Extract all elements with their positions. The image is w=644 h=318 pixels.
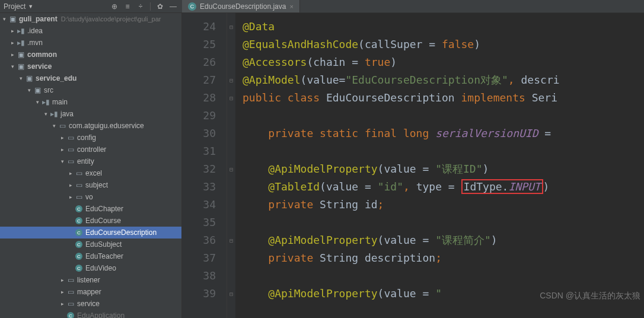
tree-item[interactable]: CEduChapter — [0, 203, 181, 215]
locate-icon[interactable]: ⊕ — [109, 1, 120, 12]
tree-item[interactable]: CEduCourseDescription — [0, 227, 181, 238]
watermark: CSDN @认真生活的灰太狼 — [540, 291, 640, 301]
code-line[interactable]: private String description; — [243, 249, 644, 267]
tree-item[interactable]: ▸▭controller — [0, 144, 181, 155]
tree-item[interactable]: CEduSubject — [0, 238, 181, 250]
chevron-right-icon[interactable]: ▸ — [68, 194, 74, 200]
gear-icon[interactable]: ✿ — [155, 1, 165, 12]
java-class-icon: C — [75, 217, 83, 225]
chevron-down-icon[interactable]: ▾ — [43, 111, 49, 117]
fold-marker[interactable] — [227, 178, 235, 196]
code-editor[interactable]: 24252627282930313233343536373839 ⊟⊟⊟⊟⊟⊟ … — [182, 13, 644, 318]
chevron-right-icon[interactable]: ▸ — [9, 52, 15, 58]
tree-item[interactable]: ▾▭entity — [0, 155, 181, 167]
code-line[interactable]: private String id; — [243, 196, 644, 214]
chevron-right-icon[interactable]: ▸ — [59, 135, 65, 141]
chevron-right-icon[interactable]: ▸ — [59, 301, 65, 307]
tree-item[interactable]: ▾▸▮java — [0, 108, 181, 120]
tree-item[interactable]: ▸▭excel — [0, 167, 181, 179]
fold-marker[interactable] — [227, 196, 235, 214]
folder-icon: ▸▮ — [17, 39, 25, 47]
chevron-right-icon[interactable]: ▸ — [68, 170, 74, 176]
line-number: 31 — [182, 142, 216, 160]
chevron-down-icon[interactable]: ▾ — [18, 75, 24, 81]
fold-marker[interactable] — [227, 267, 235, 285]
chevron-down-icon[interactable]: ▼ — [28, 4, 33, 9]
line-number: 33 — [182, 178, 216, 196]
project-label[interactable]: Project — [4, 2, 25, 11]
chevron-right-icon[interactable]: ▸ — [9, 28, 15, 34]
hide-icon[interactable]: — — [168, 1, 178, 12]
expand-icon[interactable]: ≡ — [122, 1, 133, 12]
chevron-down-icon[interactable]: ▾ — [26, 87, 32, 93]
tree-item[interactable]: ▸▭mapper — [0, 286, 181, 298]
code-line[interactable] — [243, 107, 644, 125]
close-icon[interactable]: × — [289, 3, 293, 10]
code-line[interactable]: @Data — [243, 18, 644, 36]
tree-item[interactable]: ▸▭listener — [0, 274, 181, 286]
chevron-down-icon[interactable]: ▾ — [34, 99, 40, 105]
chevron-right-icon[interactable]: ▸ — [68, 182, 74, 188]
line-number: 38 — [182, 267, 216, 285]
chevron-right-icon[interactable]: ▸ — [59, 289, 65, 295]
chevron-down-icon[interactable]: ▾ — [51, 123, 57, 129]
chevron-down-icon[interactable]: ▾ — [59, 158, 65, 164]
fold-marker[interactable] — [227, 214, 235, 231]
fold-marker[interactable] — [227, 142, 235, 160]
editor-tab[interactable]: C EduCourseDescription.java × — [182, 0, 300, 12]
chevron-right-icon[interactable]: ▸ — [59, 277, 65, 283]
tree-label: common — [27, 50, 57, 59]
fold-marker[interactable]: ⊟ — [227, 18, 235, 36]
chevron-down-icon[interactable]: ▾ — [1, 16, 7, 22]
chevron-right-icon[interactable]: ▸ — [9, 40, 15, 46]
fold-marker[interactable]: ⊟ — [227, 160, 235, 178]
code-line[interactable]: public class EduCourseDescription implem… — [243, 89, 644, 107]
project-tree[interactable]: ▾ ▣ guli_parent D:\study\java\code\proje… — [0, 13, 182, 318]
fold-marker[interactable] — [227, 53, 235, 71]
fold-marker[interactable]: ⊟ — [227, 71, 235, 89]
tree-item[interactable]: ▸▣common — [0, 49, 181, 61]
fold-marker[interactable]: ⊟ — [227, 89, 235, 107]
tree-item[interactable]: ▾▣src — [0, 84, 181, 96]
code-line[interactable]: @ApiModelProperty(value = "课程ID") — [243, 160, 644, 178]
module-icon: ▣ — [25, 74, 33, 82]
fold-marker[interactable] — [227, 36, 235, 53]
code-line[interactable] — [243, 214, 644, 231]
code-line[interactable]: @TableId(value = "id", type = IdType.INP… — [243, 178, 644, 196]
tree-item[interactable]: CEduVideo — [0, 262, 181, 274]
code-line[interactable]: private static final long serialVersionU… — [243, 125, 644, 142]
fold-marker[interactable] — [227, 125, 235, 142]
code-area[interactable]: @Data@EqualsAndHashCode(callSuper = fals… — [235, 13, 644, 318]
tree-item[interactable]: ▸▸▮.idea — [0, 25, 181, 37]
tree-item[interactable]: CEduTeacher — [0, 250, 181, 262]
java-class-icon: C — [75, 264, 83, 272]
tree-item[interactable]: ▸▭vo — [0, 191, 181, 203]
tree-item[interactable]: ▾▭com.atguigu.eduservice — [0, 120, 181, 132]
tree-item[interactable]: CEduCourse — [0, 215, 181, 227]
fold-marker[interactable] — [227, 107, 235, 125]
chevron-right-icon[interactable]: ▸ — [59, 147, 65, 152]
tree-item[interactable]: ▾▣service_edu — [0, 72, 181, 84]
code-line[interactable]: @Accessors(chain = true) — [243, 53, 644, 71]
fold-marker[interactable] — [227, 249, 235, 267]
code-line[interactable]: @ApiModelProperty(value = "课程简介") — [243, 231, 644, 249]
tree-item[interactable]: ▸▭service — [0, 298, 181, 310]
tree-item[interactable]: ▾▣service — [0, 61, 181, 72]
tree-item[interactable]: ▸▸▮.mvn — [0, 37, 181, 49]
tree-label: service_edu — [36, 74, 76, 82]
code-line[interactable] — [243, 142, 644, 160]
folder-icon: ▸▮ — [17, 27, 25, 35]
tree-item[interactable]: ▾▸▮main — [0, 96, 181, 108]
code-line[interactable] — [243, 267, 644, 285]
fold-marker[interactable]: ⊟ — [227, 231, 235, 249]
tree-item[interactable]: ▸▭config — [0, 132, 181, 144]
tree-label: guli_parent — [19, 15, 58, 23]
fold-marker[interactable]: ⊟ — [227, 285, 235, 303]
tree-item[interactable]: ▸▭subject — [0, 179, 181, 191]
chevron-down-icon[interactable]: ▾ — [9, 63, 15, 69]
tree-item[interactable]: CEduApplication — [0, 310, 181, 318]
collapse-icon[interactable]: ÷ — [135, 1, 146, 12]
code-line[interactable]: @ApiModel(value="EduCourseDescription对象"… — [243, 71, 644, 89]
code-line[interactable]: @EqualsAndHashCode(callSuper = false) — [243, 36, 644, 53]
tree-root[interactable]: ▾ ▣ guli_parent D:\study\java\code\proje… — [0, 13, 181, 25]
